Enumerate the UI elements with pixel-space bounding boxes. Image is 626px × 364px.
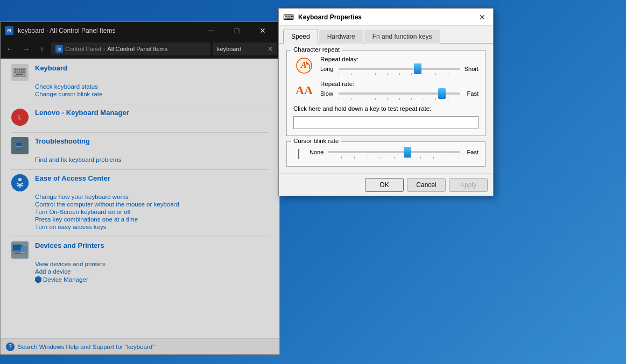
tick: [387, 73, 388, 75]
tick: [448, 73, 448, 75]
cursor-blink-slider-container: None Fast: [310, 149, 479, 155]
tick: [328, 156, 328, 159]
cursor-blink-left-label: None: [310, 149, 325, 155]
repeat-rate-slider-container: Slow Fast: [320, 90, 479, 97]
keyboard-properties-dialog: ⌨ Keyboard Properties ✕ Speed Hardware F…: [278, 8, 494, 196]
tick: [339, 73, 339, 75]
ok-button[interactable]: OK: [365, 178, 404, 192]
tick: [351, 73, 351, 75]
repeat-rate-row: AA Repeat rate: Slow Fast: [293, 81, 479, 100]
tick: [424, 73, 424, 75]
cursor-symbol: |: [293, 147, 304, 160]
tick: [341, 156, 342, 159]
repeat-delay-left-label: Long: [320, 66, 335, 72]
tick: [394, 156, 395, 159]
tick: [460, 98, 460, 100]
cursor-blink-row: | None Fast: [293, 147, 479, 160]
tick: [351, 98, 351, 100]
dialog-buttons: OK Cancel Apply: [279, 173, 493, 196]
tick: [363, 73, 363, 75]
tick: [368, 156, 368, 159]
tab-fn-keys[interactable]: Fn and function keys: [364, 30, 440, 44]
tick: [375, 73, 376, 75]
repeat-delay-label: Repeat delay:: [320, 56, 479, 62]
repeat-delay-slider-container: Long Short: [320, 66, 479, 72]
cursor-blink-right-label: Fast: [463, 149, 479, 155]
tick: [411, 73, 412, 75]
dialog-title: Keyboard Properties: [298, 13, 472, 21]
tick: [375, 98, 376, 100]
tick: [435, 73, 436, 75]
repeat-rate-left-label: Slow: [320, 90, 335, 97]
repeat-rate-slider[interactable]: [339, 92, 460, 95]
repeat-delay-details: Repeat delay: Long Short: [320, 56, 479, 75]
character-repeat-label: Character repeat: [291, 46, 342, 53]
test-repeat-label: Click here and hold down a key to test r…: [293, 105, 479, 112]
tick: [424, 98, 424, 100]
tick: [339, 98, 339, 100]
dialog-content: Character repeat A Repeat delay:: [279, 44, 493, 173]
tick: [363, 98, 363, 100]
cursor-slider-wrapper: None Fast: [310, 149, 479, 159]
tick: [420, 156, 421, 159]
cancel-button[interactable]: Cancel: [407, 178, 446, 192]
tick: [460, 156, 460, 159]
tick: [399, 98, 400, 100]
tick: [447, 156, 447, 159]
apply-button[interactable]: Apply: [449, 178, 488, 192]
dialog-close-button[interactable]: ✕: [476, 11, 489, 24]
aa-icon: AA: [296, 84, 313, 96]
repeat-rate-icon: AA: [293, 84, 315, 96]
repeat-rate-right-label: Fast: [463, 90, 479, 97]
dialog-titlebar: ⌨ Keyboard Properties ✕: [279, 9, 493, 26]
repeat-delay-right-label: Short: [463, 66, 479, 72]
tick: [354, 156, 355, 159]
tick: [381, 156, 381, 159]
repeat-delay-row: A Repeat delay: Long Short: [293, 56, 479, 75]
repeat-rate-thumb[interactable]: [438, 88, 446, 99]
cursor-blink-thumb[interactable]: [404, 147, 411, 158]
test-repeat-input[interactable]: [293, 116, 479, 129]
tick: [399, 73, 400, 75]
tab-speed[interactable]: Speed: [283, 30, 318, 44]
tick: [411, 98, 412, 100]
svg-text:A: A: [300, 60, 307, 69]
repeat-rate-details: Repeat rate: Slow Fast: [320, 81, 479, 100]
tick: [448, 98, 448, 100]
character-repeat-section: Character repeat A Repeat delay:: [286, 50, 486, 136]
cursor-blink-slider[interactable]: [328, 151, 460, 153]
tick: [433, 156, 434, 159]
tick: [387, 98, 388, 100]
cursor-blink-section: Cursor blink rate | None Fast: [286, 141, 486, 167]
repeat-delay-icon: A: [293, 56, 315, 75]
repeat-rate-label: Repeat rate:: [320, 81, 479, 87]
tick: [435, 98, 436, 100]
repeat-delay-slider[interactable]: [339, 68, 460, 70]
dialog-title-icon: ⌨: [283, 13, 294, 22]
tab-bar: Speed Hardware Fn and function keys: [279, 26, 493, 44]
tick: [460, 73, 460, 75]
tab-hardware[interactable]: Hardware: [319, 30, 363, 44]
repeat-delay-thumb[interactable]: [414, 63, 421, 74]
cursor-blink-label: Cursor blink rate: [291, 138, 341, 144]
